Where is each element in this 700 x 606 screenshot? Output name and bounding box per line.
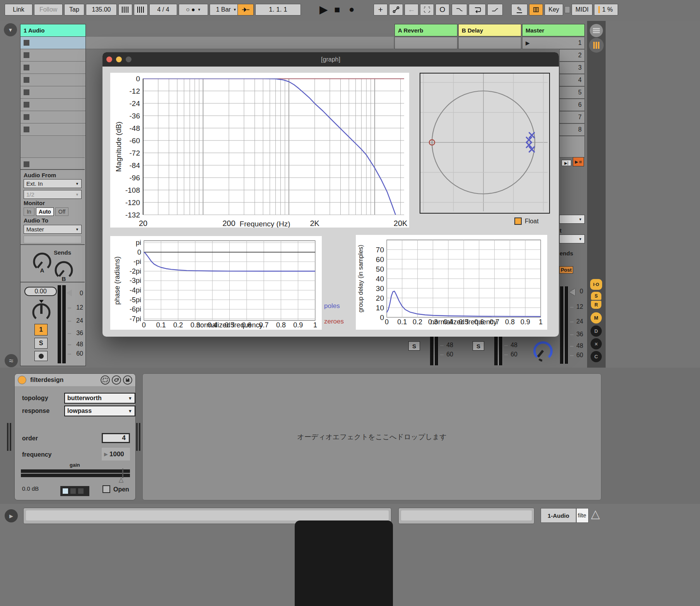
clip-slot[interactable] bbox=[20, 62, 85, 74]
arrangement-position[interactable]: 1. 1. 1 bbox=[255, 4, 301, 15]
open-checkbox[interactable] bbox=[102, 485, 110, 493]
play-button[interactable]: ▶ bbox=[319, 3, 328, 16]
loop-button[interactable] bbox=[469, 4, 486, 15]
return-b-slot[interactable] bbox=[458, 37, 521, 49]
volume-field[interactable]: 0.00 bbox=[24, 287, 57, 296]
post-button[interactable]: Post bbox=[559, 266, 573, 274]
topology-menu[interactable]: butterworth▼ bbox=[64, 393, 135, 404]
record-button[interactable]: ● bbox=[349, 4, 355, 15]
audio-from-channel-menu[interactable]: 1/2▼ bbox=[24, 190, 82, 199]
clip-slot[interactable] bbox=[20, 111, 85, 123]
hot-swap-icon[interactable] bbox=[101, 375, 110, 385]
return-a-meter[interactable] bbox=[430, 332, 439, 365]
scene-launch-list-icon[interactable]: ▶≡ bbox=[573, 157, 584, 166]
solo-button[interactable]: S bbox=[34, 338, 48, 349]
scene-row[interactable]: 2 bbox=[559, 49, 585, 62]
device-rail-bar[interactable] bbox=[10, 423, 11, 451]
device-drop-area[interactable]: オーディオエフェクトをここへドロップします bbox=[142, 373, 601, 500]
tempo-field[interactable]: 135.00 bbox=[86, 4, 117, 15]
order-field[interactable]: 4 bbox=[102, 433, 130, 443]
key-map-button[interactable]: Key bbox=[545, 4, 563, 15]
float-checkbox[interactable] bbox=[514, 217, 522, 225]
poles-legend[interactable]: poles bbox=[324, 302, 340, 310]
clip-stop-icon[interactable] bbox=[24, 114, 29, 120]
preview-play-icon[interactable]: ▶ bbox=[5, 509, 18, 522]
metronome-button[interactable]: ○ ●▼ bbox=[179, 4, 208, 15]
monitor-in-button[interactable]: In bbox=[24, 207, 34, 216]
stop-all-clips-icon[interactable]: ▶| bbox=[562, 160, 571, 166]
nudge-up-icon[interactable] bbox=[134, 4, 148, 15]
clip-stop-icon[interactable] bbox=[24, 52, 29, 58]
mixer-view-icon[interactable] bbox=[589, 38, 604, 53]
arm-button[interactable] bbox=[34, 351, 48, 361]
master-cue-menu[interactable]: ▼ bbox=[559, 235, 585, 243]
fade-out-button[interactable] bbox=[452, 4, 467, 15]
monitor-off-button[interactable]: Off bbox=[55, 207, 68, 216]
graph-window-titlebar[interactable]: [graph] bbox=[102, 52, 559, 67]
clip-stop-icon[interactable] bbox=[24, 127, 29, 132]
pole-zero-plot[interactable] bbox=[420, 74, 548, 211]
fader-pointer-icon[interactable] bbox=[66, 289, 72, 296]
empty-scene-row[interactable] bbox=[86, 37, 394, 49]
notification-triangle-icon[interactable]: △ bbox=[591, 507, 600, 520]
device-header[interactable]: filterdesign bbox=[15, 374, 135, 386]
clip-stop-icon[interactable] bbox=[24, 102, 29, 108]
response-menu[interactable]: lowpass▼ bbox=[64, 406, 135, 416]
io-show-hide-triangle[interactable]: ▼ bbox=[4, 23, 17, 36]
send-a-knob[interactable]: A bbox=[31, 250, 53, 274]
clip-slot[interactable] bbox=[20, 37, 85, 49]
return-b-meter[interactable] bbox=[494, 332, 503, 365]
automation-mode-button[interactable] bbox=[389, 4, 403, 15]
show-sends-button[interactable]: S bbox=[591, 292, 601, 300]
show-crossfade-button[interactable]: × bbox=[591, 338, 602, 349]
new-midi-track-button[interactable]: + bbox=[374, 4, 388, 15]
track-header-return-b[interactable]: B Delay bbox=[458, 24, 521, 36]
time-signature-field[interactable]: 4 / 4 bbox=[149, 4, 177, 15]
graph-window[interactable]: [graph] 0-12-24-36-48-60-72-84-96-108-12… bbox=[102, 52, 559, 337]
status-strip-right[interactable] bbox=[398, 508, 534, 524]
nudge-down-icon[interactable] bbox=[118, 4, 132, 15]
gain-slider-track[interactable] bbox=[21, 474, 130, 477]
clip-stop-icon[interactable] bbox=[24, 65, 29, 70]
show-returns-button[interactable]: R bbox=[591, 301, 601, 309]
clip-slot[interactable] bbox=[20, 49, 85, 62]
audio-to-menu[interactable]: Master▼ bbox=[24, 225, 82, 234]
device-tab-title-truncated[interactable]: filte bbox=[576, 508, 589, 523]
track-meter[interactable] bbox=[58, 285, 66, 363]
master-output-menu[interactable]: ▼ bbox=[559, 215, 585, 224]
zeroes-legend[interactable]: zeroes bbox=[324, 318, 344, 325]
empty-slot-area[interactable] bbox=[20, 136, 85, 158]
scene-row[interactable]: 3 bbox=[559, 62, 585, 74]
show-mixer-button[interactable]: M bbox=[591, 312, 602, 324]
master-meter[interactable] bbox=[560, 286, 569, 364]
track-header-master[interactable]: Master bbox=[522, 24, 585, 36]
device-tab[interactable]: 1-Audio bbox=[541, 508, 576, 523]
clip-slot[interactable] bbox=[20, 74, 85, 86]
return-a-solo-button[interactable]: S bbox=[408, 341, 420, 351]
fade-in-button[interactable] bbox=[487, 4, 503, 15]
return-a-slot[interactable] bbox=[394, 37, 458, 49]
mute-circle-button[interactable]: O bbox=[435, 4, 449, 15]
master-pan-knob[interactable] bbox=[532, 339, 554, 363]
computer-midi-keyboard-button[interactable] bbox=[529, 4, 543, 15]
scene-row[interactable]: 4 bbox=[559, 74, 585, 86]
hamburger-menu-icon[interactable] bbox=[590, 24, 603, 37]
scene-row[interactable]: 6 bbox=[559, 99, 585, 111]
stop-button[interactable]: ■ bbox=[334, 4, 340, 15]
pan-knob[interactable] bbox=[31, 297, 52, 322]
gain-slider-pointer[interactable]: △ bbox=[119, 476, 123, 483]
track-stop-slot[interactable] bbox=[20, 158, 85, 170]
tap-button[interactable]: Tap bbox=[64, 4, 84, 15]
track-activator-button[interactable]: 1 bbox=[34, 324, 48, 336]
clip-stop-icon[interactable] bbox=[24, 40, 29, 46]
return-b-solo-button[interactable]: S bbox=[473, 341, 484, 351]
follow-button[interactable]: Follow bbox=[34, 4, 63, 15]
track-header-return-a[interactable]: A Reverb bbox=[394, 24, 458, 36]
follow-arrangement-icon[interactable] bbox=[237, 4, 254, 15]
show-delay-button[interactable]: D bbox=[591, 325, 602, 337]
scene-row[interactable]: 7 bbox=[559, 111, 585, 123]
back-to-arrangement-icon[interactable]: ← bbox=[405, 4, 418, 15]
scene-row-1[interactable]: ▶ 1 bbox=[522, 37, 585, 49]
frequency-field[interactable]: ▶1000 bbox=[102, 448, 130, 460]
scene-row[interactable]: 8 bbox=[559, 123, 585, 136]
